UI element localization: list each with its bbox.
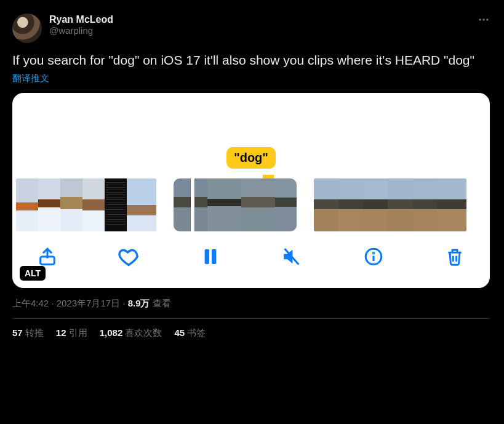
clip-thumb bbox=[275, 178, 297, 231]
media-toolbar bbox=[12, 231, 490, 288]
user-block[interactable]: Ryan McLeod @warpling bbox=[49, 14, 113, 36]
clip-thumb bbox=[207, 178, 241, 231]
playhead[interactable] bbox=[191, 178, 194, 231]
media-card[interactable]: "dog" bbox=[12, 93, 490, 288]
video-timeline[interactable] bbox=[12, 177, 490, 231]
caption-pill: "dog" bbox=[226, 147, 276, 169]
caption-row: "dog" bbox=[12, 147, 490, 169]
info-icon[interactable] bbox=[361, 244, 386, 270]
bookmarks-stat[interactable]: 45 书签 bbox=[174, 327, 206, 339]
quotes-stat[interactable]: 12 引用 bbox=[56, 327, 87, 339]
clip-thumb bbox=[60, 178, 82, 231]
tweet-time: 上午4:42 bbox=[12, 298, 49, 308]
svg-point-8 bbox=[373, 253, 374, 254]
clip-thumb bbox=[338, 178, 363, 231]
likes-stat[interactable]: 1,082 喜欢次数 bbox=[100, 327, 162, 339]
translate-link[interactable]: 翻译推文 bbox=[12, 73, 490, 84]
clip-thumb bbox=[462, 178, 466, 231]
clip-thumb bbox=[241, 178, 275, 231]
tweet-container: Ryan McLeod @warpling If you search for … bbox=[2, 6, 500, 346]
clip-thumb bbox=[82, 178, 105, 231]
clip-thumb bbox=[388, 178, 412, 231]
retweets-stat[interactable]: 57 转推 bbox=[12, 327, 44, 339]
svg-point-1 bbox=[482, 18, 484, 20]
more-icon[interactable] bbox=[478, 14, 490, 28]
avatar[interactable] bbox=[12, 14, 42, 43]
clip-thumb bbox=[127, 178, 156, 231]
timestamp-line[interactable]: 上午4:42 · 2023年7月17日 · 8.9万 查看 bbox=[12, 298, 490, 319]
clip-strip-2[interactable] bbox=[174, 178, 297, 231]
svg-rect-4 bbox=[204, 249, 209, 264]
clip-thumb bbox=[16, 178, 38, 231]
clip-thumb bbox=[314, 178, 338, 231]
tweet-date: 2023年7月17日 bbox=[57, 298, 120, 308]
stats-row: 57 转推 12 引用 1,082 喜欢次数 45 书签 bbox=[12, 327, 490, 339]
alt-badge[interactable]: ALT bbox=[20, 266, 46, 281]
tweet-header: Ryan McLeod @warpling bbox=[12, 14, 490, 43]
clip-thumb bbox=[38, 178, 60, 231]
clip-strip-1[interactable] bbox=[16, 178, 156, 231]
views-label: 查看 bbox=[153, 298, 171, 308]
clip-thumb bbox=[105, 178, 127, 231]
mute-icon[interactable] bbox=[279, 244, 305, 270]
svg-point-0 bbox=[479, 18, 481, 20]
tweet-text: If you search for "dog" on iOS 17 it'll … bbox=[12, 52, 490, 69]
svg-point-2 bbox=[486, 18, 488, 20]
svg-rect-5 bbox=[212, 249, 216, 264]
heart-icon[interactable] bbox=[116, 244, 142, 270]
pause-icon[interactable] bbox=[198, 244, 223, 270]
clip-thumb bbox=[437, 178, 462, 231]
trash-icon[interactable] bbox=[442, 244, 468, 270]
views-count: 8.9万 bbox=[128, 298, 150, 308]
display-name: Ryan McLeod bbox=[49, 14, 113, 25]
clip-thumb bbox=[363, 178, 388, 231]
clip-thumb bbox=[412, 178, 437, 231]
clip-strip-3[interactable] bbox=[314, 178, 466, 231]
user-handle: @warpling bbox=[49, 25, 113, 36]
